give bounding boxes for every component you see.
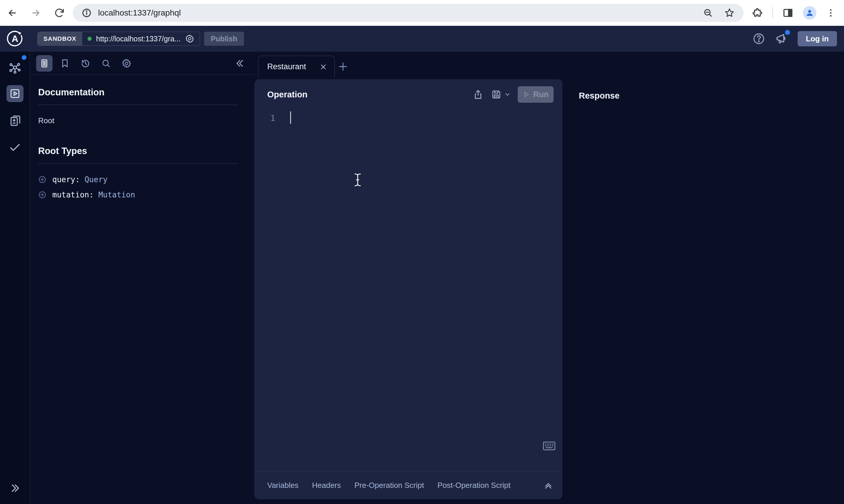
root-type-row-mutation[interactable]: mutation: Mutation xyxy=(38,187,246,202)
endpoint-group: SANDBOX http://localhost:1337/gra... xyxy=(37,32,200,46)
announcements-icon[interactable] xyxy=(775,32,788,46)
login-button[interactable]: Log in xyxy=(797,31,837,46)
docs-toolbar xyxy=(30,52,254,74)
schema-graph-icon[interactable] xyxy=(0,61,30,75)
extensions-icon[interactable] xyxy=(752,7,763,18)
browser-chrome: localhost:1337/graphql xyxy=(0,0,844,26)
rail-divider xyxy=(30,26,30,504)
keyboard-shortcuts-icon[interactable] xyxy=(543,440,556,451)
plus-circle-icon[interactable] xyxy=(38,176,47,184)
help-icon[interactable] xyxy=(752,32,765,45)
response-panel: Response xyxy=(563,52,844,504)
reload-icon[interactable] xyxy=(54,7,65,18)
root-type-name[interactable]: Query xyxy=(85,175,107,184)
documentation-tab-icon[interactable] xyxy=(36,55,53,72)
divider xyxy=(38,105,238,105)
dock-tab-variables[interactable]: Variables xyxy=(267,481,298,490)
docs-title: Documentation xyxy=(38,87,246,98)
operation-dock: Variables Headers Pre-Operation Script P… xyxy=(254,471,562,499)
operation-area: Restaurant Operation xyxy=(254,52,563,504)
root-type-field[interactable]: mutation: xyxy=(52,191,94,199)
address-bar[interactable]: localhost:1337/graphql xyxy=(73,4,744,22)
explorer-nav-item[interactable] xyxy=(0,85,30,102)
dock-tab-post-operation-script[interactable]: Post-Operation Script xyxy=(437,481,511,490)
settings-icon[interactable] xyxy=(118,55,135,72)
history-icon[interactable] xyxy=(77,55,94,72)
site-info-icon[interactable] xyxy=(82,8,92,18)
run-play-icon xyxy=(523,91,530,98)
dock-tab-headers[interactable]: Headers xyxy=(312,481,341,490)
plus-circle-icon[interactable] xyxy=(38,191,47,199)
left-rail xyxy=(0,52,30,504)
connection-status-dot xyxy=(87,37,92,41)
share-icon[interactable] xyxy=(472,89,484,100)
divider xyxy=(38,163,238,164)
sandbox-badge: SANDBOX xyxy=(38,32,82,46)
toolbar-divider xyxy=(772,7,773,19)
schema-notification-dot xyxy=(22,55,27,60)
save-icon[interactable] xyxy=(491,89,502,100)
tab-restaurant[interactable]: Restaurant xyxy=(258,56,335,77)
root-type-field[interactable]: query: xyxy=(52,175,80,184)
collapse-panel-icon[interactable] xyxy=(234,57,245,69)
app-header: A SANDBOX http://localhost:1337/gra... P… xyxy=(0,26,844,52)
endpoint-url-text[interactable]: http://localhost:1337/gra... xyxy=(96,35,180,43)
apollo-logo[interactable]: A xyxy=(6,30,24,48)
operation-panel: Operation xyxy=(254,79,562,499)
zoom-page-icon[interactable] xyxy=(703,8,713,18)
docs-root-link[interactable]: Root xyxy=(38,116,246,125)
side-panel-icon[interactable] xyxy=(782,7,793,18)
close-tab-icon[interactable] xyxy=(319,63,327,71)
expand-sidebar-icon[interactable] xyxy=(0,482,30,494)
endpoint-url-field[interactable]: http://localhost:1337/gra... xyxy=(82,32,200,46)
url-text[interactable]: localhost:1337/graphql xyxy=(98,8,703,18)
root-type-row-query[interactable]: query: Query xyxy=(38,172,246,187)
checklist-icon[interactable] xyxy=(0,140,30,154)
documentation-panel: Documentation Root Root Types query: Que… xyxy=(30,52,254,504)
root-types-title: Root Types xyxy=(38,146,246,156)
endpoint-settings-icon[interactable] xyxy=(185,34,194,43)
back-icon[interactable] xyxy=(7,7,18,18)
bookmarks-icon[interactable] xyxy=(57,55,73,72)
line-number: 1 xyxy=(271,114,275,123)
text-cursor xyxy=(354,173,362,186)
new-tab-icon[interactable] xyxy=(337,60,349,73)
operation-title: Operation xyxy=(267,90,308,100)
text-caret xyxy=(290,111,291,124)
svg-text:A: A xyxy=(12,34,18,44)
save-menu-chevron-icon[interactable] xyxy=(504,91,511,98)
explorer-icon xyxy=(6,85,23,102)
search-icon[interactable] xyxy=(98,55,114,72)
save-group[interactable] xyxy=(491,89,511,100)
screen: localhost:1337/graphql xyxy=(0,0,844,504)
browser-menu-icon[interactable] xyxy=(826,8,836,18)
changelog-icon[interactable] xyxy=(0,114,30,128)
dock-tab-pre-operation-script[interactable]: Pre-Operation Script xyxy=(355,481,424,490)
tab-label: Restaurant xyxy=(267,62,306,71)
root-type-name[interactable]: Mutation xyxy=(98,191,135,199)
publish-button[interactable]: Publish xyxy=(204,32,244,46)
run-label: Run xyxy=(533,90,549,99)
bookmark-star-icon[interactable] xyxy=(724,7,735,18)
run-button[interactable]: Run xyxy=(518,86,554,103)
forward-icon[interactable] xyxy=(31,7,41,18)
response-title: Response xyxy=(579,91,620,101)
collapse-dock-icon[interactable] xyxy=(543,480,554,491)
docs-toolbar-divider xyxy=(30,74,254,75)
profile-avatar[interactable] xyxy=(803,6,816,20)
notification-dot xyxy=(785,30,790,35)
